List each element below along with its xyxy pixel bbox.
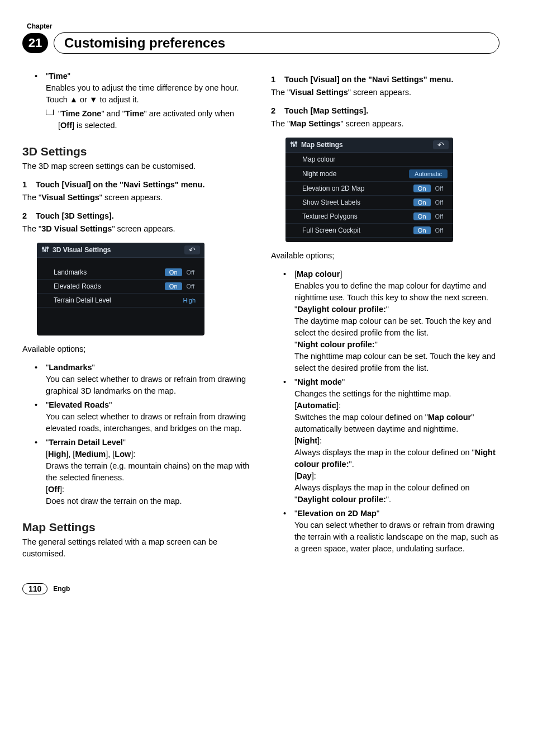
sliders-icon bbox=[41, 245, 49, 254]
sliders-icon bbox=[290, 140, 298, 149]
night-profile-heading: Night colour profile: bbox=[297, 340, 375, 349]
toggle-off[interactable]: Off bbox=[182, 268, 199, 276]
step-number: 2 bbox=[271, 105, 284, 117]
toggle-off[interactable]: Off bbox=[431, 226, 448, 234]
row-value[interactable]: High bbox=[179, 296, 199, 304]
row-label: Show Street Labels bbox=[302, 199, 360, 206]
panel-row[interactable]: Elevation on 2D Map On Off bbox=[285, 182, 453, 196]
svg-point-10 bbox=[293, 145, 295, 147]
back-icon: ↶ bbox=[437, 140, 444, 149]
step-2: 2Touch [3D Settings]. bbox=[22, 210, 251, 222]
bullet-icon: • bbox=[283, 508, 286, 519]
panel-header: Map Settings ↶ bbox=[285, 138, 453, 153]
step-number: 2 bbox=[22, 210, 36, 222]
sub-list-item: "Time Zone" and "Time" are activated onl… bbox=[46, 108, 251, 131]
toggle[interactable]: On Off bbox=[413, 226, 448, 234]
toggle-off[interactable]: Off bbox=[182, 282, 199, 290]
opt-landmarks-desc: You can select whether to draws or refra… bbox=[46, 375, 246, 395]
toggle[interactable]: On Off bbox=[165, 282, 199, 290]
panel-row[interactable]: Landmarks On Off bbox=[37, 266, 204, 280]
toggle-off[interactable]: Off bbox=[431, 212, 448, 220]
section-map-settings: Map Settings bbox=[22, 521, 251, 534]
row-label: Elevation on 2D Map bbox=[302, 185, 364, 192]
panel-row[interactable]: Terrain Detail Level High bbox=[37, 294, 204, 308]
bullet-icon: • bbox=[35, 362, 37, 374]
svg-point-5 bbox=[47, 247, 49, 249]
step-number: 1 bbox=[271, 74, 284, 86]
right-column: 1Touch [Visual] on the "Navi Settings" m… bbox=[271, 68, 499, 566]
step-number: 1 bbox=[22, 179, 36, 191]
toggle-on[interactable]: On bbox=[165, 282, 182, 290]
nightmode-day-desc: Always displays the map in the colour de… bbox=[294, 483, 470, 504]
step-title: Touch [Visual] on the "Navi Settings" me… bbox=[284, 75, 453, 84]
panel-row[interactable]: Map colour bbox=[285, 153, 453, 167]
row-label: Map colour bbox=[302, 155, 335, 163]
opt-terrain-off: [Off]: bbox=[46, 485, 64, 494]
list-item: • [Map colour] Enables you to define the… bbox=[294, 268, 499, 374]
step-1-body: The "Visual Settings" screen appears. bbox=[271, 87, 499, 98]
bullet-icon: • bbox=[35, 437, 37, 448]
svg-point-11 bbox=[296, 142, 297, 144]
list-item: • "Elevation on 2D Map" You can select w… bbox=[294, 508, 499, 555]
section-3d-settings: 3D Settings bbox=[22, 145, 251, 158]
toggle-off[interactable]: Off bbox=[431, 199, 448, 206]
opt-nightmode-title: Night mode bbox=[297, 377, 342, 386]
nightmode-night-desc: Always displays the map in the colour de… bbox=[294, 448, 496, 469]
opt-mapcolour-desc: Enables you to define the map colour for… bbox=[294, 281, 488, 302]
left-column: • "Time" Enables you to adjust the time … bbox=[22, 68, 251, 566]
back-button[interactable]: ↶ bbox=[433, 140, 449, 149]
screenshot-map-settings: Map Settings ↶ Map colour Night mode Aut… bbox=[285, 138, 453, 242]
svg-point-4 bbox=[45, 250, 46, 252]
opt-terrain-desc1: Draws the terrain (e.g. mountain chains)… bbox=[46, 461, 249, 482]
toggle-on[interactable]: On bbox=[413, 226, 431, 234]
bullet-icon: • bbox=[283, 376, 286, 388]
back-icon: ↶ bbox=[189, 245, 196, 254]
row-label: Textured Polygons bbox=[302, 212, 358, 220]
panel-row[interactable]: Night mode Automatic bbox=[285, 167, 453, 182]
opt-elevation-title: Elevation on 2D Map bbox=[297, 509, 377, 518]
opt-nightmode-desc: Changes the settings for the nighttime m… bbox=[294, 389, 451, 398]
list-item: • "Terrain Detail Level" [High], [Medium… bbox=[46, 437, 251, 507]
page-header: Chapter 21 Customising preferences bbox=[22, 22, 499, 54]
toggle[interactable]: On Off bbox=[165, 268, 199, 276]
language-label: Engb bbox=[53, 585, 70, 593]
daylight-profile-heading: Daylight colour profile: bbox=[297, 305, 386, 314]
row-label: Night mode bbox=[302, 170, 336, 178]
list-item: • "Elevated Roads" You can select whethe… bbox=[46, 399, 251, 434]
toggle-on[interactable]: On bbox=[413, 185, 431, 192]
step-title: Touch [Map Settings]. bbox=[284, 106, 368, 115]
nightmode-night-label: [Night]: bbox=[294, 436, 322, 445]
toggle[interactable]: On Off bbox=[413, 212, 448, 220]
toggle-on[interactable]: On bbox=[165, 268, 182, 276]
panel-row[interactable]: Textured Polygons On Off bbox=[285, 210, 453, 224]
time-desc: Enables you to adjust the time differenc… bbox=[46, 83, 239, 104]
opt-landmarks-title: Landmarks bbox=[49, 363, 92, 372]
toggle[interactable]: On Off bbox=[413, 199, 448, 206]
available-options-label: Available options; bbox=[271, 250, 499, 262]
opt-mapcolour-title: Map colour bbox=[297, 270, 340, 278]
chapter-label: Chapter bbox=[27, 22, 499, 30]
note-icon bbox=[46, 110, 54, 115]
panel-row[interactable]: Show Street Labels On Off bbox=[285, 196, 453, 210]
time-title: Time bbox=[49, 72, 68, 81]
row-value[interactable]: Automatic bbox=[409, 169, 448, 178]
panel-row[interactable]: Full Screen Cockpit On Off bbox=[285, 224, 453, 238]
list-item: • "Time" Enables you to adjust the time … bbox=[46, 70, 251, 131]
toggle-on[interactable]: On bbox=[413, 199, 431, 206]
opt-terrain-title: Terrain Detail Level bbox=[49, 438, 123, 447]
step-2-body: The "3D Visual Settings" screen appears. bbox=[22, 223, 251, 235]
back-button[interactable]: ↶ bbox=[184, 245, 200, 254]
step-title: Touch [Visual] on the "Navi Settings" me… bbox=[36, 180, 204, 189]
bullet-icon: • bbox=[35, 399, 37, 411]
list-item: • "Landmarks" You can select whether to … bbox=[46, 362, 251, 397]
bullet-icon: • bbox=[35, 70, 37, 82]
toggle[interactable]: On Off bbox=[413, 185, 448, 192]
step-2-body: The "Map Settings" screen appears. bbox=[271, 118, 499, 130]
panel-row[interactable]: Elevated Roads On Off bbox=[37, 280, 204, 294]
step-2: 2Touch [Map Settings]. bbox=[271, 105, 499, 117]
toggle-on[interactable]: On bbox=[413, 212, 431, 220]
toggle-off[interactable]: Off bbox=[431, 185, 448, 192]
row-label: Full Screen Cockpit bbox=[302, 226, 360, 234]
panel-title: Map Settings bbox=[301, 141, 343, 149]
opt-elevation-desc: You can select whether to draws or refra… bbox=[294, 521, 498, 553]
